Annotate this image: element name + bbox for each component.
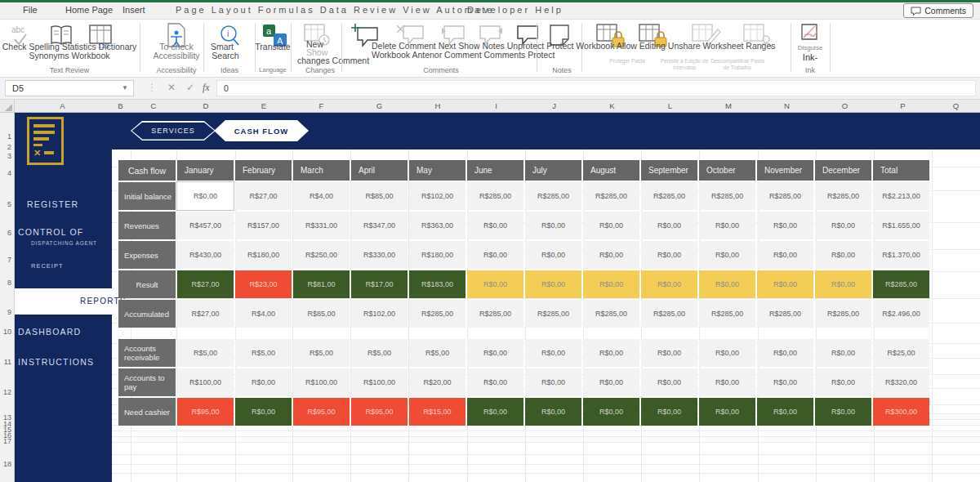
value-cell[interactable]: R$320,00 [873, 368, 929, 396]
ribbon-tab-home[interactable]: Home Page [65, 5, 113, 15]
value-cell[interactable]: R$0,00 [641, 398, 697, 426]
value-cell[interactable]: R$331,00 [293, 212, 350, 239]
sidebar-item-instructions[interactable]: INSTRUCTIONS [18, 357, 94, 367]
row-header-5[interactable]: 5 [7, 200, 11, 208]
value-cell[interactable]: R$4,00 [235, 300, 292, 328]
value-cell[interactable]: R$102,00 [409, 182, 466, 210]
ink-disguise-icon[interactable] [799, 23, 823, 44]
value-cell[interactable]: R$0,00 [583, 241, 639, 269]
ideas-line2[interactable]: Search [212, 51, 238, 60]
column-header-I[interactable]: I [467, 101, 525, 110]
value-cell[interactable]: R$27,00 [177, 270, 234, 298]
column-header-A[interactable]: A [15, 101, 110, 110]
spreadsheet-grid[interactable]: ✕ REGISTER CONTROL OF DISPATCHING AGENT … [0, 113, 980, 482]
value-cell[interactable]: R$100,00 [293, 368, 350, 396]
value-cell[interactable]: R$0,00 [525, 212, 581, 239]
ribbon-tab-file[interactable]: File [23, 5, 38, 15]
row-header-4[interactable]: 4 [7, 169, 11, 177]
value-cell[interactable]: R$250,00 [293, 241, 350, 269]
row-label-cell[interactable]: Need cashier [118, 398, 176, 426]
value-cell[interactable]: R$0,00 [699, 339, 755, 367]
value-cell[interactable]: R$0,00 [815, 339, 871, 367]
value-cell[interactable]: R$0,00 [815, 241, 871, 269]
sidebar-item-reports-active[interactable]: REPORTS [15, 288, 118, 315]
value-cell[interactable]: R$0,00 [583, 270, 639, 298]
value-cell[interactable]: R$0,00 [641, 241, 697, 269]
name-box-dropdown-icon[interactable]: ▼ [122, 84, 128, 91]
translate-label[interactable]: Translate [255, 42, 290, 51]
month-header-cell[interactable]: December [815, 160, 871, 181]
value-cell[interactable]: R$20,00 [409, 368, 466, 396]
value-cell[interactable]: R$430,00 [177, 241, 234, 269]
month-header-cell[interactable]: March [293, 160, 350, 181]
value-cell[interactable]: R$0,00 [641, 270, 697, 298]
month-header-cell[interactable]: January [177, 160, 234, 181]
row-header-9[interactable]: 9 [7, 308, 11, 316]
column-header-M[interactable]: M [699, 101, 758, 110]
month-header-cell[interactable]: February [235, 160, 292, 181]
value-cell[interactable]: R$0,00 [757, 368, 813, 396]
value-cell[interactable]: R$0,00 [467, 241, 523, 269]
value-cell[interactable]: R$0,00 [583, 368, 639, 396]
value-cell[interactable]: R$285,00 [583, 182, 639, 210]
active-cell[interactable]: R$0,00 [177, 182, 234, 210]
column-header-D[interactable]: D [176, 101, 235, 110]
month-header-cell[interactable]: November [757, 160, 813, 181]
enter-button[interactable]: ✓ [186, 82, 194, 93]
value-cell[interactable]: R$27,00 [235, 182, 292, 210]
month-header-cell[interactable]: May [409, 160, 466, 181]
value-cell[interactable]: R$347,00 [351, 212, 408, 239]
row-label-cell[interactable]: Accounts receivable [118, 339, 176, 367]
value-cell[interactable]: R$183,00 [409, 270, 466, 298]
month-header-cell[interactable]: June [467, 160, 523, 181]
comments-button[interactable]: Comments [903, 3, 973, 18]
table-title-cell[interactable]: Cash flow [118, 160, 176, 181]
name-box[interactable]: D5 ▼ [5, 80, 134, 96]
value-cell[interactable]: R$180,00 [235, 241, 292, 269]
value-cell[interactable]: R$285,00 [757, 300, 813, 328]
month-header-cell[interactable]: October [699, 160, 755, 181]
column-header-P[interactable]: P [874, 101, 932, 110]
row-label-cell[interactable]: Initial balance [118, 182, 176, 210]
value-cell[interactable]: R$85,00 [351, 182, 408, 210]
row-header-7[interactable]: 7 [7, 256, 11, 264]
tab-cash-flow[interactable]: CASH FLOW [214, 120, 309, 141]
sidebar-item-control-of[interactable]: CONTROL OF [18, 227, 83, 237]
value-cell[interactable]: R$102,00 [351, 300, 408, 328]
row-header-12[interactable]: 12 [3, 388, 11, 396]
value-cell[interactable]: R$0,00 [467, 339, 523, 367]
value-cell[interactable]: R$300,00 [873, 398, 929, 426]
value-cell[interactable]: R$5,00 [177, 339, 234, 367]
sidebar-item-dashboard[interactable]: DASHBOARD [18, 327, 81, 337]
row-header-17[interactable]: 17 [3, 437, 11, 445]
value-cell[interactable]: R$0,00 [235, 398, 292, 426]
value-cell[interactable]: R$363,00 [409, 212, 466, 239]
value-cell[interactable]: R$0,00 [815, 398, 871, 426]
row-header-8[interactable]: 8 [7, 279, 11, 287]
value-cell[interactable]: R$330,00 [351, 241, 408, 269]
month-header-cell[interactable]: September [641, 160, 697, 181]
row-header-1[interactable]: 1 [7, 132, 11, 141]
value-cell[interactable]: R$0,00 [583, 212, 639, 239]
value-cell[interactable]: R$0,00 [583, 398, 639, 426]
ribbon-tab-insert[interactable]: Insert [122, 5, 145, 15]
value-cell[interactable]: R$4,00 [293, 182, 350, 210]
value-cell[interactable]: R$5,00 [235, 339, 292, 367]
value-cell[interactable]: R$0,00 [467, 212, 523, 239]
ink-label[interactable]: Ink- [803, 52, 817, 62]
column-header-B[interactable]: B [110, 101, 131, 110]
row-header-10[interactable]: 10 [3, 328, 11, 336]
ink-disguise-label[interactable]: Disguise [798, 44, 823, 51]
sidebar-item-register[interactable]: REGISTER [27, 199, 78, 209]
value-cell[interactable]: R$285,00 [467, 182, 523, 210]
value-cell[interactable]: R$0,00 [757, 398, 813, 426]
column-header-J[interactable]: J [525, 101, 583, 110]
sidebar-item-receipt[interactable]: RECEIPT [31, 262, 64, 270]
value-cell[interactable]: R$0,00 [699, 212, 755, 239]
value-cell[interactable]: R$0,00 [757, 212, 813, 239]
column-header-F[interactable]: F [292, 101, 350, 110]
value-cell[interactable]: R$285,00 [699, 300, 755, 328]
value-cell[interactable]: R$5,00 [351, 339, 408, 367]
value-cell[interactable]: R$81,00 [293, 270, 350, 298]
value-cell[interactable]: R$0,00 [467, 368, 523, 396]
